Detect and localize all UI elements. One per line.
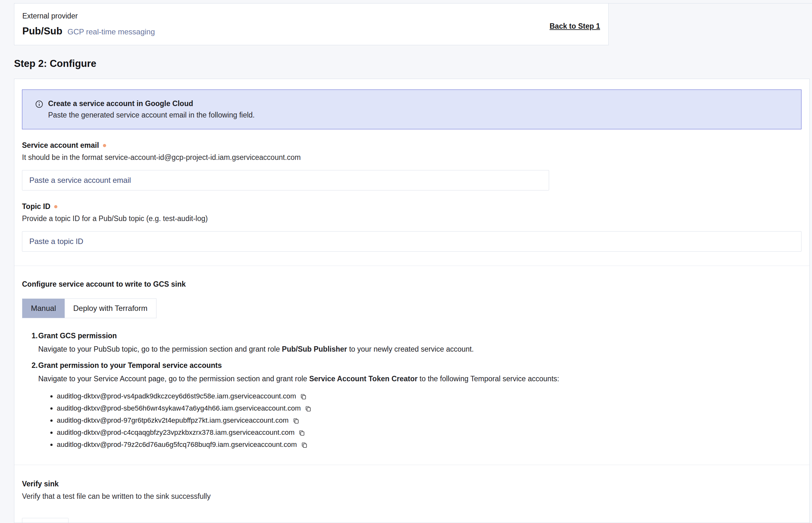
service-account-list: auditlog-dktxv@prod-vs4padk9dkczcey6d6st… — [22, 390, 801, 451]
step-1-title: Grant GCS permission — [38, 331, 117, 340]
service-account-email: auditlog-dktxv@prod-97gr6tp6zkv2t4epubff… — [57, 416, 289, 425]
page-title: Step 2: Configure — [14, 58, 96, 69]
service-account-email-help: It should be in the format service-accou… — [22, 153, 801, 162]
service-account-email-input[interactable] — [22, 170, 549, 191]
info-circle-icon — [35, 100, 43, 110]
list-item: auditlog-dktxv@prod-vs4padk9dkczcey6d6st… — [50, 390, 801, 402]
step-number: 1. — [32, 331, 38, 340]
service-account-email-label: Service account email — [22, 141, 99, 150]
list-item: auditlog-dktxv@prod-97gr6tp6zkv2t4epubff… — [50, 414, 801, 427]
bullet-dot — [50, 408, 53, 410]
service-account-email: auditlog-dktxv@prod-79z2c6d76au6g5fcq768… — [57, 440, 297, 449]
service-account-email: auditlog-dktxv@prod-sbe56h6wr4sykaw47a6y… — [57, 404, 301, 413]
step-1-body: Navigate to your PubSub topic, go to the… — [38, 345, 801, 354]
section-divider — [14, 465, 809, 465]
info-banner-title: Create a service account in Google Cloud — [48, 100, 254, 108]
provider-eyebrow: External provider — [22, 12, 596, 20]
copy-icon[interactable] — [305, 405, 311, 412]
configure-tabs: Manual Deploy with Terraform — [22, 299, 157, 318]
role-name: Service Account Token Creator — [309, 375, 418, 383]
provider-name: Pub/Sub — [22, 25, 63, 37]
list-item: auditlog-dktxv@prod-c4cqaqgbfzy23vpzkbxz… — [50, 427, 801, 438]
copy-icon[interactable] — [293, 417, 299, 424]
verify-sink-heading: Verify sink — [22, 480, 801, 488]
step-2-body: Navigate to your Service Account page, g… — [38, 375, 801, 383]
section-divider — [14, 266, 809, 266]
manual-steps: 1. Grant GCS permission Navigate to your… — [22, 331, 801, 451]
list-item: auditlog-dktxv@prod-79z2c6d76au6g5fcq768… — [50, 438, 801, 451]
bullet-dot — [50, 395, 53, 397]
role-name: Pub/Sub Publisher — [282, 345, 347, 353]
tab-deploy-terraform[interactable]: Deploy with Terraform — [65, 299, 156, 318]
required-dot — [54, 205, 57, 208]
info-banner-subtitle: Paste the generated service account emai… — [48, 111, 254, 120]
bullet-dot — [50, 432, 53, 434]
list-item: auditlog-dktxv@prod-sbe56h6wr4sykaw47a6y… — [50, 402, 801, 414]
info-banner: Create a service account in Google Cloud… — [22, 90, 801, 129]
provider-summary-card: External provider Pub/Sub GCP real-time … — [14, 3, 609, 45]
copy-icon[interactable] — [301, 441, 307, 448]
back-to-step-1-link[interactable]: Back to Step 1 — [550, 22, 600, 31]
topic-id-help: Provide a topic ID for a Pub/Sub topic (… — [22, 214, 801, 223]
copy-icon[interactable] — [300, 393, 306, 400]
provider-tagline: GCP real-time messaging — [68, 28, 155, 36]
bullet-dot — [50, 444, 53, 446]
service-account-email: auditlog-dktxv@prod-c4cqaqgbfzy23vpzkbxz… — [57, 428, 295, 437]
topic-id-input[interactable] — [22, 231, 801, 252]
topic-id-label: Topic ID — [22, 202, 50, 211]
step-2-title: Grant permission to your Temporal servic… — [38, 361, 222, 370]
verify-sink-subtitle: Verify that a test file can be written t… — [22, 492, 801, 501]
service-account-email: auditlog-dktxv@prod-vs4padk9dkczcey6d6st… — [57, 392, 296, 400]
tab-manual[interactable]: Manual — [22, 299, 65, 318]
verify-button[interactable]: Verify — [22, 518, 69, 523]
required-dot — [103, 144, 106, 147]
step-number: 2. — [32, 361, 38, 370]
copy-icon[interactable] — [298, 429, 305, 436]
bullet-dot — [50, 419, 53, 422]
configure-card: Create a service account in Google Cloud… — [14, 79, 810, 523]
configure-sink-heading: Configure service account to write to GC… — [22, 280, 801, 289]
